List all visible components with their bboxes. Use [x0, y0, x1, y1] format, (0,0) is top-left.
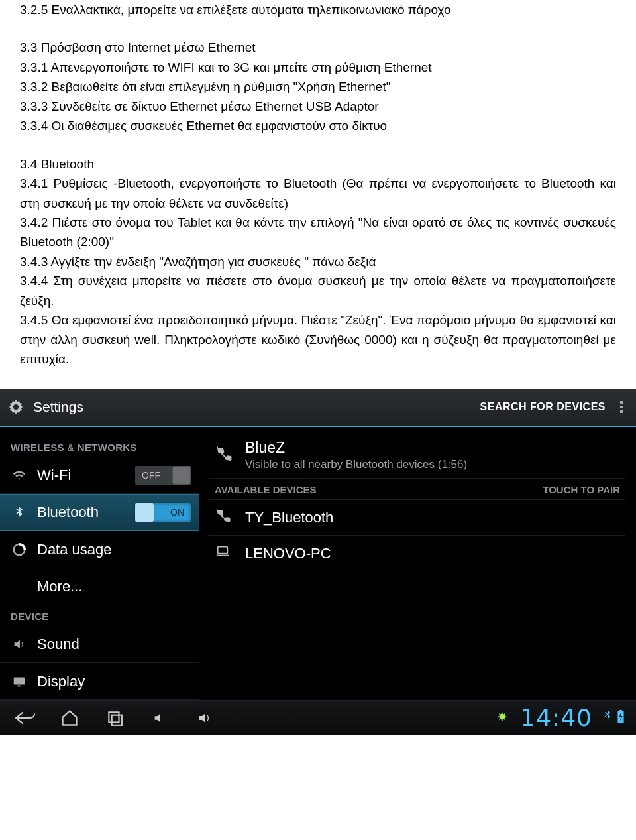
p-3-4-1: 3.4.1 Ρυθμίσεις -Bluetooth, ενεργοποιήστ… — [20, 174, 616, 213]
section-device: DEVICE — [0, 605, 199, 626]
phone-icon — [213, 507, 233, 528]
bluetooth-panel: BlueZ Visible to all nearby Bluetooth de… — [199, 427, 636, 700]
settings-icon — [8, 399, 24, 415]
device-list-headers: AVAILABLE DEVICES TOUCH TO PAIR — [209, 478, 625, 500]
sidebar-item-display[interactable]: Display — [0, 663, 199, 700]
settings-sidebar: WIRELESS & NETWORKS Wi-Fi OFF Bluetooth … — [0, 427, 199, 700]
sidebar-item-label: Sound — [37, 636, 191, 653]
svg-rect-3 — [218, 547, 228, 554]
settings-title: Settings — [33, 399, 83, 415]
sidebar-item-wifi[interactable]: Wi-Fi OFF — [0, 457, 199, 494]
back-button[interactable] — [11, 705, 38, 731]
p-3-4-3: 3.4.3 Αγγίξτε την ένδειξη "Αναζήτηση για… — [20, 252, 616, 271]
wifi-toggle[interactable]: OFF — [135, 466, 191, 485]
status-battery-icon — [616, 709, 625, 727]
device-name: TY_Bluetooth — [245, 509, 333, 526]
svg-rect-5 — [112, 715, 122, 725]
device-row[interactable]: TY_Bluetooth — [209, 500, 625, 536]
sidebar-item-data-usage[interactable]: Data usage — [0, 531, 199, 568]
usb-debug-icon[interactable] — [496, 711, 509, 725]
p-3-3-3: 3.3.3 Συνδεθείτε σε δίκτυο Ethernet μέσω… — [20, 97, 616, 116]
document-body: 3.2.5 Εναλλακτικά, μπορείτε να επιλέξετε… — [0, 0, 636, 382]
device-row[interactable]: LENOVO-PC — [209, 536, 625, 571]
action-bar: Settings SEARCH FOR DEVICES — [0, 389, 636, 427]
status-bluetooth-icon — [603, 709, 612, 727]
bluetooth-icon — [11, 505, 28, 520]
p-3-4-2: 3.4.2 Πιέστε στο όνομα του Tablet και θα… — [20, 213, 616, 252]
sidebar-item-bluetooth[interactable]: Bluetooth ON — [0, 494, 199, 531]
p-3-4-4: 3.4.4 Στη συνέχεια μπορείτε να πιέσετε σ… — [20, 271, 616, 310]
own-device-name: BlueZ — [245, 439, 467, 457]
sidebar-item-label: Display — [37, 673, 191, 690]
search-for-devices-button[interactable]: SEARCH FOR DEVICES — [480, 401, 606, 413]
volume-down-button[interactable] — [146, 705, 174, 731]
sidebar-item-more[interactable]: More... — [0, 568, 199, 605]
android-settings-screenshot: Settings SEARCH FOR DEVICES WIRELESS & N… — [0, 389, 636, 735]
sidebar-item-label: More... — [37, 578, 191, 595]
sound-icon — [11, 636, 28, 652]
p-3-3-2: 3.3.2 Βεβαιωθείτε ότι είναι επιλεγμένη η… — [20, 77, 616, 96]
sidebar-item-label: Bluetooth — [37, 504, 135, 521]
wifi-icon — [11, 467, 28, 483]
p-3-2-5: 3.2.5 Εναλλακτικά, μπορείτε να επιλέξετε… — [20, 0, 616, 19]
h-3-3: 3.3 Πρόσβαση στο Internet μέσω Ethernet — [20, 38, 616, 57]
header-touch-to-pair: TOUCH TO PAIR — [543, 484, 620, 495]
sidebar-item-sound[interactable]: Sound — [0, 626, 199, 663]
section-wireless-networks: WIRELESS & NETWORKS — [0, 436, 199, 457]
p-3-3-1: 3.3.1 Απενεργοποιήστε το WIFI και το 3G … — [20, 58, 616, 77]
recent-apps-button[interactable] — [101, 705, 129, 731]
status-clock[interactable]: 14:40 — [516, 704, 596, 731]
data-usage-icon — [11, 542, 28, 558]
sidebar-item-label: Wi-Fi — [37, 467, 135, 484]
laptop-icon — [213, 544, 233, 563]
svg-rect-8 — [619, 710, 622, 712]
volume-up-button[interactable] — [191, 705, 219, 731]
own-device-row[interactable]: BlueZ Visible to all nearby Bluetooth de… — [209, 436, 625, 478]
overflow-menu-icon[interactable] — [615, 401, 628, 413]
svg-rect-1 — [14, 678, 25, 685]
p-3-3-4: 3.3.4 Οι διαθέσιμες συσκευές Ethernet θα… — [20, 116, 616, 135]
own-device-visibility: Visible to all nearby Bluetooth devices … — [245, 458, 467, 471]
p-3-4-5: 3.4.5 Θα εμφανιστεί ένα προειδοποιητικό … — [20, 310, 616, 369]
svg-rect-4 — [109, 712, 119, 722]
spacer-icon — [11, 579, 28, 595]
device-name: LENOVO-PC — [245, 545, 331, 562]
home-button[interactable] — [56, 705, 83, 731]
header-available: AVAILABLE DEVICES — [215, 484, 317, 495]
display-icon — [11, 674, 28, 690]
sidebar-item-label: Data usage — [37, 541, 191, 558]
svg-rect-2 — [17, 685, 21, 686]
system-nav-bar: 14:40 — [0, 700, 636, 735]
phone-icon — [213, 445, 233, 466]
h-3-4: 3.4 Bluetooth — [20, 154, 616, 174]
bluetooth-toggle[interactable]: ON — [135, 503, 191, 522]
